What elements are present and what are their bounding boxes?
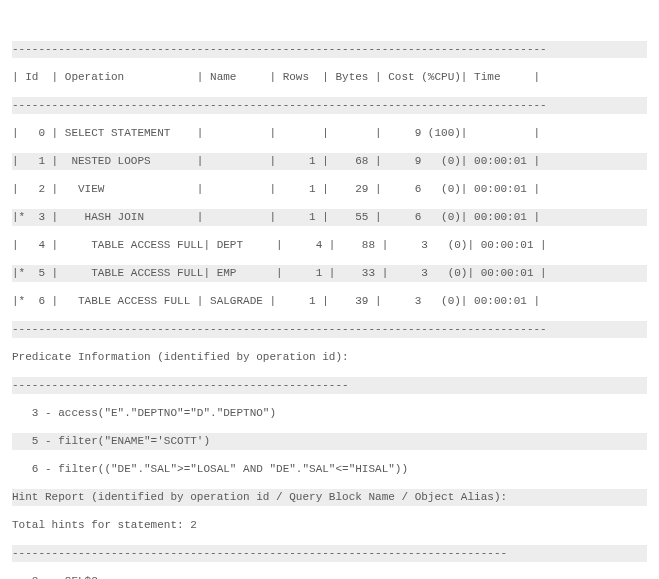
predicate-line: 5 - filter("ENAME"='SCOTT') — [12, 433, 647, 450]
plan-row: |* 5 | TABLE ACCESS FULL| EMP | 1 | 33 |… — [12, 265, 647, 282]
plan-border-top: ----------------------------------------… — [12, 41, 647, 58]
predicate-divider: ----------------------------------------… — [12, 377, 647, 394]
plan-row: | 1 | NESTED LOOPS | | 1 | 68 | 9 (0)| 0… — [12, 153, 647, 170]
plan-row: | 0 | SELECT STATEMENT | | | | 9 (100)| … — [12, 125, 647, 142]
plan-row: |* 6 | TABLE ACCESS FULL | SALGRADE | 1 … — [12, 293, 647, 310]
plan-border-bottom: ----------------------------------------… — [12, 321, 647, 338]
plan-row: |* 3 | HASH JOIN | | 1 | 55 | 6 (0)| 00:… — [12, 209, 647, 226]
plan-header: | Id | Operation | Name | Rows | Bytes |… — [12, 69, 647, 86]
predicate-line: 3 - access("E"."DEPTNO"="D"."DEPTNO") — [12, 405, 647, 422]
plan-row: | 4 | TABLE ACCESS FULL| DEPT | 4 | 88 |… — [12, 237, 647, 254]
hint-divider: ----------------------------------------… — [12, 545, 647, 562]
hint-line: 3 - SEL$2 — [12, 573, 647, 579]
plan-row: | 2 | VIEW | | 1 | 29 | 6 (0)| 00:00:01 … — [12, 181, 647, 198]
hint-report-title: Hint Report (identified by operation id … — [12, 489, 647, 506]
hint-total: Total hints for statement: 2 — [12, 517, 647, 534]
predicate-line: 6 - filter(("DE"."SAL">="LOSAL" AND "DE"… — [12, 461, 647, 478]
plan-header-divider: ----------------------------------------… — [12, 97, 647, 114]
predicate-title: Predicate Information (identified by ope… — [12, 349, 647, 366]
